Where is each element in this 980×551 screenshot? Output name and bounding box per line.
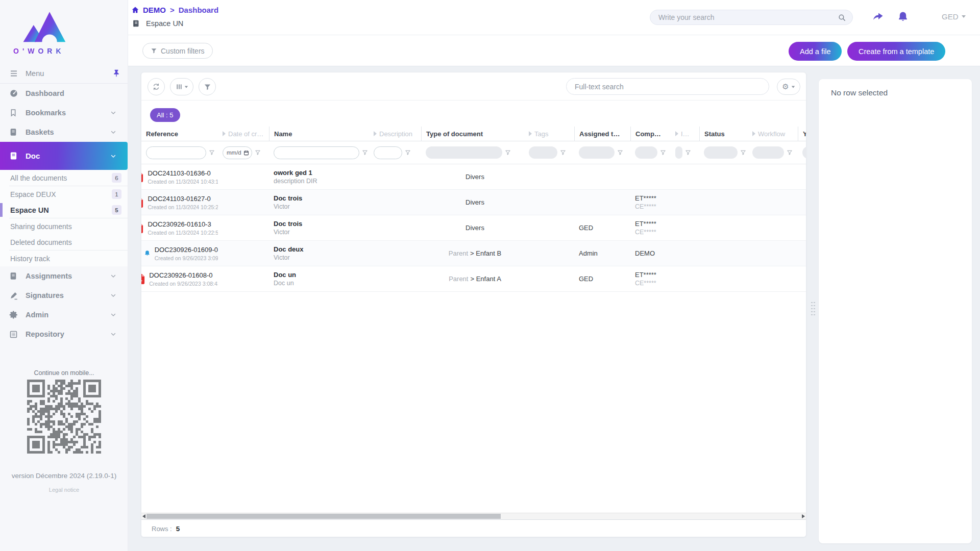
chevron-down-icon: [110, 331, 119, 337]
sidebar-subitem-espace-un[interactable]: Espace UN5: [0, 202, 128, 218]
subitem-label: Sharing documents: [10, 222, 121, 231]
funnel-icon: [151, 47, 157, 54]
scroll-left-arrow-icon[interactable]: [142, 514, 145, 518]
admin-icon: [9, 310, 18, 319]
column-header-company[interactable]: Comp…: [630, 127, 671, 141]
expand-arrow-icon[interactable]: [529, 131, 532, 136]
sidebar-subitem-deleted-documents[interactable]: Deleted documents: [0, 234, 128, 250]
type-cell: Divers: [421, 190, 524, 215]
name-cell: Doc troisVictor: [269, 190, 369, 215]
sidebar-item-admin[interactable]: Admin: [0, 305, 128, 324]
mobile-block: Continue on mobile...: [0, 369, 128, 456]
funnel-icon[interactable]: [740, 149, 746, 156]
funnel-icon[interactable]: [685, 149, 691, 156]
panel-resize-handle[interactable]: [811, 301, 816, 317]
funnel-icon[interactable]: [255, 149, 261, 156]
hamburger-icon[interactable]: [9, 69, 18, 78]
global-search-input[interactable]: [658, 13, 838, 21]
sidebar-item-signatures[interactable]: Signatures: [0, 286, 128, 305]
sidebar-item-assignments[interactable]: Assignments: [0, 266, 128, 286]
funnel-icon[interactable]: [560, 149, 566, 156]
horizontal-scrollbar[interactable]: [141, 513, 806, 519]
table-row[interactable]: DOC230926-01610-3Created on 11/3/2024 10…: [141, 215, 806, 241]
expand-arrow-icon[interactable]: [223, 131, 226, 136]
legal-notice-link[interactable]: Legal notice: [0, 487, 128, 493]
pin-icon[interactable]: [112, 69, 120, 78]
sidebar-subitem-espace-deux[interactable]: Espace DEUX1: [0, 186, 128, 202]
sidebar-item-dashboard[interactable]: Dashboard: [0, 84, 128, 103]
filter-disabled-i: [675, 146, 682, 159]
filter-input-name[interactable]: [274, 146, 359, 159]
filter-button[interactable]: [199, 78, 216, 95]
expand-arrow-icon[interactable]: [675, 131, 678, 136]
notifications-bell-icon[interactable]: [897, 10, 909, 23]
column-header-i[interactable]: I…: [671, 127, 699, 141]
column-header-name[interactable]: Name: [269, 127, 369, 141]
filter-date-date[interactable]: mm/d: [223, 146, 252, 159]
breadcrumb-current[interactable]: Dashboard: [179, 6, 218, 14]
columns-button[interactable]: [170, 78, 193, 95]
search-icon[interactable]: [838, 13, 846, 22]
column-header-assigned[interactable]: Assigned t…: [574, 127, 630, 141]
funnel-icon[interactable]: [405, 149, 411, 156]
column-header-reference[interactable]: Reference: [141, 127, 218, 141]
filter-disabled-tags: [529, 146, 557, 159]
user-menu[interactable]: GED: [942, 12, 966, 21]
column-header-status[interactable]: Status: [699, 127, 748, 141]
column-header-workflow[interactable]: Workflow: [748, 127, 798, 141]
custom-filters-button[interactable]: Custom filters: [142, 43, 213, 59]
fulltext-search-input[interactable]: [575, 83, 761, 91]
refresh-button[interactable]: [148, 78, 165, 95]
type-value: > Enfant B: [470, 249, 501, 257]
calendar-icon[interactable]: [243, 150, 249, 156]
custom-filters-label: Custom filters: [161, 47, 205, 55]
breadcrumb-root[interactable]: DEMO: [143, 6, 166, 14]
table-row[interactable]: DOC241103-01636-0Created on 11/3/2024 10…: [141, 164, 806, 190]
all-count-chip[interactable]: All : 5: [150, 108, 180, 122]
document-reference: DOC241103-01627-0: [148, 195, 218, 203]
table-row[interactable]: wDOC230926-01609-0Created on 9/26/2023 3…: [141, 241, 806, 266]
y-cell: [798, 266, 806, 291]
document-reference: DOC230926-01609-0: [155, 246, 218, 254]
sidebar-item-label: Admin: [26, 311, 110, 319]
sidebar-item-baskets[interactable]: Baskets: [0, 122, 128, 142]
sidebar: O'WORK Menu DashboardBookmarksBaskets Do…: [0, 0, 128, 551]
column-header-type[interactable]: Type of document: [421, 127, 524, 141]
funnel-icon[interactable]: [505, 149, 511, 156]
column-header-date[interactable]: Date of cr…: [218, 127, 269, 141]
column-header-description[interactable]: Description: [369, 127, 421, 141]
share-icon[interactable]: [871, 11, 885, 23]
sidebar-nav: DashboardBookmarksBaskets: [0, 84, 128, 142]
sidebar-item-label: Repository: [26, 330, 110, 338]
add-file-button[interactable]: Add a file: [789, 42, 842, 61]
filter-cell-status: [699, 146, 748, 159]
home-icon[interactable]: [131, 6, 139, 14]
sidebar-item-doc[interactable]: Doc: [0, 142, 128, 170]
document-subtitle: Victor: [274, 203, 369, 210]
funnel-icon[interactable]: [362, 149, 368, 156]
filter-input-reference[interactable]: [146, 146, 206, 159]
sidebar-subitem-history-track[interactable]: History track: [0, 251, 128, 266]
book-icon: [132, 19, 140, 28]
scrollbar-thumb[interactable]: [146, 514, 501, 519]
sidebar-subitem-sharing-documents[interactable]: Sharing documents: [0, 218, 128, 234]
expand-arrow-icon[interactable]: [752, 131, 755, 136]
sidebar-subitem-all-the-documents[interactable]: All the documents6: [0, 170, 128, 186]
funnel-icon[interactable]: [209, 149, 215, 156]
detail-panel: No row selected: [819, 79, 972, 543]
create-from-template-button[interactable]: Create from a template: [847, 42, 945, 61]
funnel-icon[interactable]: [787, 149, 793, 156]
table-row[interactable]: DOC230926-01608-0Created on 9/26/2023 3:…: [141, 266, 806, 292]
scroll-right-arrow-icon[interactable]: [802, 514, 805, 518]
funnel-icon[interactable]: [617, 149, 623, 156]
table-row[interactable]: DOC241103-01627-0Created on 11/3/2024 10…: [141, 190, 806, 215]
expand-arrow-icon[interactable]: [374, 131, 377, 136]
reference-cell: DOC230926-01608-0Created on 9/26/2023 3:…: [141, 266, 218, 291]
sidebar-item-repository[interactable]: Repository: [0, 324, 128, 344]
sidebar-item-bookmarks[interactable]: Bookmarks: [0, 103, 128, 122]
filter-input-description[interactable]: [374, 146, 402, 159]
column-header-y[interactable]: Y…: [798, 127, 806, 141]
column-header-tags[interactable]: Tags: [524, 127, 574, 141]
grid-settings-button[interactable]: ⚙: [777, 79, 800, 95]
funnel-icon[interactable]: [660, 149, 666, 156]
